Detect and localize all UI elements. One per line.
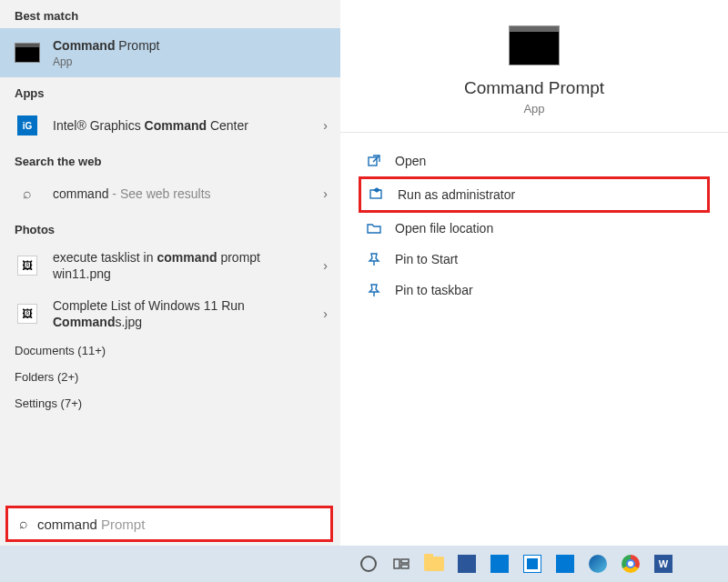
result-photo-1[interactable]: 🖼 execute tasklist in command prompt win… xyxy=(0,242,340,289)
section-best-match: Best match xyxy=(0,0,340,28)
chevron-right-icon: › xyxy=(323,186,328,201)
store-icon[interactable] xyxy=(519,550,546,577)
chevron-right-icon: › xyxy=(323,258,328,273)
app-type: App xyxy=(359,102,710,115)
svg-rect-3 xyxy=(401,559,409,563)
svg-rect-4 xyxy=(401,565,409,568)
file-explorer-icon[interactable] xyxy=(420,550,448,577)
action-pin-to-start[interactable]: Pin to Start xyxy=(359,244,710,275)
pin-icon xyxy=(366,282,382,298)
svg-rect-0 xyxy=(369,157,377,166)
image-icon: 🖼 xyxy=(15,301,40,326)
pin-icon xyxy=(366,251,382,267)
taskbar-app-2[interactable] xyxy=(551,550,579,577)
app-large-icon xyxy=(509,25,560,65)
search-icon: ⌕ xyxy=(15,181,40,206)
search-input-wrapper[interactable]: ⌕ command Prompt xyxy=(5,506,333,542)
search-input[interactable]: command Prompt xyxy=(37,517,319,532)
section-photos: Photos xyxy=(0,214,340,242)
category-folders[interactable]: Folders (2+) xyxy=(0,364,340,390)
chevron-right-icon: › xyxy=(323,306,328,321)
result-photo-2[interactable]: 🖼 Complete List of Windows 11 Run Comman… xyxy=(0,290,340,337)
action-open-file-location[interactable]: Open file location xyxy=(359,213,710,244)
result-command-prompt[interactable]: Command Prompt App xyxy=(0,28,340,77)
action-run-as-admin[interactable]: Run as administrator xyxy=(359,176,710,213)
intel-icon: iG xyxy=(15,113,40,138)
section-apps: Apps xyxy=(0,77,340,105)
open-icon xyxy=(366,153,382,169)
search-icon: ⌕ xyxy=(19,516,28,532)
section-web: Search the web xyxy=(0,146,340,174)
word-icon[interactable]: W xyxy=(650,550,677,577)
task-view-icon[interactable] xyxy=(388,550,415,577)
result-intel-graphics[interactable]: iG Intel® Graphics Command Center › xyxy=(0,105,340,146)
action-pin-to-taskbar[interactable]: Pin to taskbar xyxy=(359,275,710,306)
cmd-icon xyxy=(15,40,40,65)
svg-rect-2 xyxy=(394,559,399,568)
image-icon: 🖼 xyxy=(15,253,40,278)
preview-pane: Command Prompt App Open Run as administr… xyxy=(340,0,728,546)
mail-icon[interactable] xyxy=(486,550,513,577)
admin-icon xyxy=(369,186,385,203)
category-settings[interactable]: Settings (7+) xyxy=(0,390,340,416)
chrome-icon[interactable] xyxy=(617,550,644,577)
edge-icon[interactable] xyxy=(584,550,612,577)
action-open[interactable]: Open xyxy=(359,146,710,176)
folder-icon xyxy=(366,220,382,236)
search-results-pane: Best match Command Prompt App Apps iG In… xyxy=(0,0,340,546)
cortana-icon[interactable] xyxy=(355,550,382,577)
taskbar: W xyxy=(0,546,728,582)
chevron-right-icon: › xyxy=(323,118,328,133)
taskbar-app-1[interactable] xyxy=(453,550,480,577)
app-title: Command Prompt xyxy=(359,78,710,98)
category-documents[interactable]: Documents (11+) xyxy=(0,337,340,364)
result-web-search[interactable]: ⌕ command - See web results › xyxy=(0,174,340,214)
